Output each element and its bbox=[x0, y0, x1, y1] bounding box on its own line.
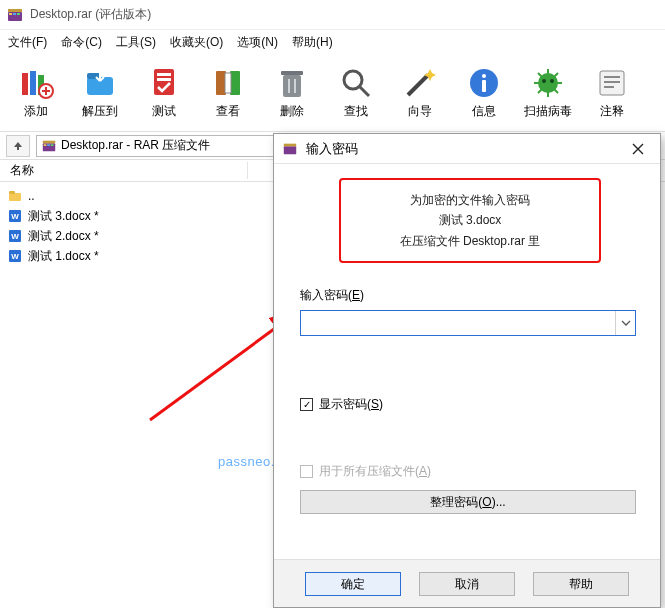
svg-rect-17 bbox=[283, 75, 301, 97]
toolbar-test-label: 测试 bbox=[152, 103, 176, 120]
chevron-down-icon bbox=[621, 318, 631, 328]
dialog-close-button[interactable] bbox=[624, 138, 652, 160]
svg-rect-2 bbox=[9, 13, 12, 15]
svg-rect-31 bbox=[44, 144, 47, 146]
dialog-footer: 确定 取消 帮助 bbox=[274, 559, 660, 607]
svg-rect-34 bbox=[9, 193, 21, 201]
toolbar-delete-label: 删除 bbox=[280, 103, 304, 120]
show-password-label: 显示密码(S) bbox=[319, 396, 383, 413]
show-password-row[interactable]: ✓ 显示密码(S) bbox=[300, 396, 640, 413]
svg-rect-44 bbox=[284, 143, 296, 146]
use-all-checkbox[interactable] bbox=[300, 465, 313, 478]
menu-tools[interactable]: 工具(S) bbox=[116, 34, 156, 51]
toolbar-extract-label: 解压到 bbox=[82, 103, 118, 120]
toolbar-info[interactable]: 信息 bbox=[452, 58, 516, 128]
toolbar: 添加 解压到 测试 查看 删除 查找 向导 信息 扫描病毒 注释 bbox=[0, 54, 665, 132]
svg-point-26 bbox=[542, 79, 546, 83]
organize-passwords-button[interactable]: 整理密码(O)... bbox=[300, 490, 636, 514]
menu-options[interactable]: 选项(N) bbox=[237, 34, 278, 51]
toolbar-comment[interactable]: 注释 bbox=[580, 58, 644, 128]
window-title: Desktop.rar (评估版本) bbox=[30, 6, 151, 23]
toolbar-scan[interactable]: 扫描病毒 bbox=[516, 58, 580, 128]
password-combobox[interactable] bbox=[300, 310, 636, 336]
key-prompt-icon bbox=[282, 141, 298, 157]
trash-icon bbox=[274, 65, 310, 101]
menu-file[interactable]: 文件(F) bbox=[8, 34, 47, 51]
extract-icon bbox=[82, 65, 118, 101]
toolbar-find-label: 查找 bbox=[344, 103, 368, 120]
password-input[interactable] bbox=[301, 312, 615, 334]
toolbar-wizard[interactable]: 向导 bbox=[388, 58, 452, 128]
svg-rect-33 bbox=[51, 144, 54, 146]
column-name[interactable]: 名称 bbox=[8, 162, 248, 179]
svg-rect-11 bbox=[154, 69, 174, 95]
svg-point-27 bbox=[550, 79, 554, 83]
password-label: 输入密码(E) bbox=[300, 287, 640, 304]
dialog-msg-line1: 为加密的文件输入密码 bbox=[349, 190, 591, 210]
svg-rect-35 bbox=[9, 191, 15, 194]
nav-up-button[interactable] bbox=[6, 135, 30, 157]
svg-rect-13 bbox=[157, 78, 171, 81]
test-icon bbox=[146, 65, 182, 101]
svg-text:W: W bbox=[11, 232, 19, 241]
svg-rect-10 bbox=[87, 73, 101, 79]
svg-rect-19 bbox=[288, 79, 290, 93]
password-dialog: 输入密码 为加密的文件输入密码 测试 3.docx 在压缩文件 Desktop.… bbox=[273, 133, 661, 608]
svg-rect-30 bbox=[43, 140, 55, 143]
books-add-icon bbox=[18, 65, 54, 101]
toolbar-add-label: 添加 bbox=[24, 103, 48, 120]
docx-icon: W bbox=[8, 229, 22, 243]
cancel-button[interactable]: 取消 bbox=[419, 572, 515, 596]
file-name: 测试 2.docx * bbox=[28, 228, 99, 245]
toolbar-test[interactable]: 测试 bbox=[132, 58, 196, 128]
svg-rect-12 bbox=[157, 73, 171, 76]
address-text: Desktop.rar - RAR 压缩文件 bbox=[61, 137, 210, 154]
svg-rect-3 bbox=[13, 13, 16, 15]
toolbar-wizard-label: 向导 bbox=[408, 103, 432, 120]
svg-rect-20 bbox=[294, 79, 296, 93]
dialog-titlebar: 输入密码 bbox=[274, 134, 660, 164]
use-all-row[interactable]: 用于所有压缩文件(A) bbox=[300, 463, 640, 480]
dialog-msg-line3: 在压缩文件 Desktop.rar 里 bbox=[349, 231, 591, 251]
archive-icon bbox=[41, 138, 57, 154]
dialog-msg-line2: 测试 3.docx bbox=[349, 210, 591, 230]
menu-favorites[interactable]: 收藏夹(O) bbox=[170, 34, 223, 51]
info-icon bbox=[466, 65, 502, 101]
view-icon bbox=[210, 65, 246, 101]
show-password-checkbox[interactable]: ✓ bbox=[300, 398, 313, 411]
dialog-body: 为加密的文件输入密码 测试 3.docx 在压缩文件 Desktop.rar 里… bbox=[274, 164, 660, 514]
toolbar-view[interactable]: 查看 bbox=[196, 58, 260, 128]
toolbar-extract[interactable]: 解压到 bbox=[68, 58, 132, 128]
dialog-title: 输入密码 bbox=[306, 140, 616, 158]
help-button[interactable]: 帮助 bbox=[533, 572, 629, 596]
svg-text:W: W bbox=[11, 212, 19, 221]
menu-command[interactable]: 命令(C) bbox=[61, 34, 102, 51]
search-icon bbox=[338, 65, 374, 101]
svg-rect-1 bbox=[8, 9, 22, 12]
toolbar-find[interactable]: 查找 bbox=[324, 58, 388, 128]
dialog-message-box: 为加密的文件输入密码 测试 3.docx 在压缩文件 Desktop.rar 里 bbox=[339, 178, 601, 263]
svg-rect-32 bbox=[47, 144, 50, 146]
menu-help[interactable]: 帮助(H) bbox=[292, 34, 333, 51]
toolbar-info-label: 信息 bbox=[472, 103, 496, 120]
svg-point-21 bbox=[344, 71, 362, 89]
close-icon bbox=[632, 143, 644, 155]
toolbar-scan-label: 扫描病毒 bbox=[524, 103, 572, 120]
toolbar-comment-label: 注释 bbox=[600, 103, 624, 120]
window-titlebar: Desktop.rar (评估版本) bbox=[0, 0, 665, 30]
file-name: .. bbox=[28, 189, 35, 203]
svg-rect-24 bbox=[482, 80, 486, 92]
svg-text:W: W bbox=[11, 252, 19, 261]
svg-rect-18 bbox=[281, 71, 303, 75]
svg-rect-4 bbox=[17, 13, 20, 15]
file-name: 测试 1.docx * bbox=[28, 248, 99, 265]
toolbar-add[interactable]: 添加 bbox=[4, 58, 68, 128]
toolbar-view-label: 查看 bbox=[216, 103, 240, 120]
virus-scan-icon bbox=[530, 65, 566, 101]
svg-rect-43 bbox=[284, 146, 296, 154]
ok-button[interactable]: 确定 bbox=[305, 572, 401, 596]
password-dropdown-button[interactable] bbox=[615, 311, 635, 335]
svg-rect-5 bbox=[22, 73, 28, 95]
comment-icon bbox=[594, 65, 630, 101]
toolbar-delete[interactable]: 删除 bbox=[260, 58, 324, 128]
